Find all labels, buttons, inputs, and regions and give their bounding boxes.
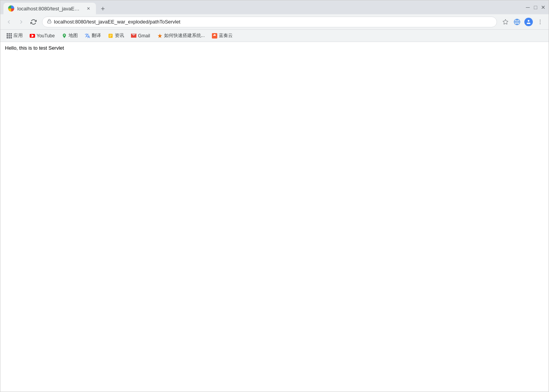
apps-grid-icon	[7, 33, 12, 39]
bookmark-star-button[interactable]	[500, 17, 511, 27]
cloud-label: 蓝奏云	[219, 32, 233, 39]
new-tab-button[interactable]: +	[97, 3, 108, 14]
tab-favicon	[8, 5, 14, 12]
tab-bar: localhost:8080/test_javaEE_wa... ✕ +	[3, 0, 521, 14]
apps-label: 应用	[13, 32, 23, 39]
toolbar-actions	[500, 17, 546, 27]
bookmark-translate[interactable]: 翻译	[82, 31, 104, 40]
svg-point-7	[540, 23, 541, 24]
forward-button[interactable]	[16, 17, 27, 27]
svg-point-4	[528, 20, 530, 22]
maps-label: 地图	[69, 32, 78, 39]
bookmark-news[interactable]: 资讯	[105, 31, 127, 40]
maps-icon	[62, 33, 67, 39]
news-label: 资讯	[115, 32, 124, 39]
back-button[interactable]	[3, 17, 14, 27]
svg-point-6	[540, 22, 541, 22]
tab-close-button[interactable]: ✕	[85, 5, 91, 12]
bookmarks-bar: 应用 YouTube 地图	[0, 30, 549, 42]
svg-rect-10	[212, 33, 217, 39]
bookmark-howto[interactable]: 如何快速搭建系统...	[154, 31, 208, 40]
tab-title: localhost:8080/test_javaEE_wa...	[17, 6, 82, 12]
more-options-button[interactable]	[535, 17, 546, 27]
apps-launcher-button[interactable]: 应用	[3, 31, 26, 40]
title-bar: localhost:8080/test_javaEE_wa... ✕ + ─ □…	[0, 0, 549, 14]
bookmark-cloud[interactable]: 蓝奏云	[209, 31, 236, 40]
window-controls: ─ □ ✕	[525, 5, 546, 10]
bookmark-youtube[interactable]: YouTube	[27, 32, 58, 40]
howto-icon	[157, 33, 163, 39]
page-text: Hello, this is to test Servlet	[5, 45, 544, 51]
active-tab[interactable]: localhost:8080/test_javaEE_wa... ✕	[3, 3, 96, 14]
profile-button[interactable]	[523, 17, 534, 27]
youtube-label: YouTube	[37, 33, 55, 39]
news-icon	[108, 33, 113, 39]
close-button[interactable]: ✕	[541, 5, 546, 10]
globe-icon-button[interactable]	[512, 17, 522, 27]
youtube-icon	[30, 33, 35, 39]
page-content-area: Hello, this is to test Servlet	[0, 42, 549, 392]
minimize-button[interactable]: ─	[525, 5, 530, 10]
svg-marker-1	[503, 19, 508, 24]
howto-label: 如何快速搭建系统...	[164, 32, 205, 39]
profile-avatar	[524, 18, 533, 26]
browser-window: localhost:8080/test_javaEE_wa... ✕ + ─ □…	[0, 0, 549, 392]
cloud-icon	[212, 33, 217, 39]
gmail-icon	[131, 33, 136, 39]
navigation-toolbar: localhost:8080/test_javaEE_war_exploded/…	[0, 14, 549, 30]
address-bar[interactable]: localhost:8080/test_javaEE_war_exploded/…	[42, 17, 497, 27]
maximize-button[interactable]: □	[533, 5, 538, 10]
bookmark-maps[interactable]: 地图	[59, 31, 81, 40]
lock-icon	[47, 19, 52, 25]
url-text: localhost:8080/test_javaEE_war_exploded/…	[54, 19, 492, 25]
svg-point-5	[540, 20, 541, 20]
translate-icon	[85, 33, 90, 39]
svg-rect-0	[48, 21, 51, 23]
gmail-label: Gmail	[138, 33, 150, 39]
translate-label: 翻译	[92, 32, 101, 39]
svg-point-8	[64, 34, 65, 35]
bookmark-gmail[interactable]: Gmail	[128, 32, 153, 40]
reload-button[interactable]	[28, 17, 39, 27]
